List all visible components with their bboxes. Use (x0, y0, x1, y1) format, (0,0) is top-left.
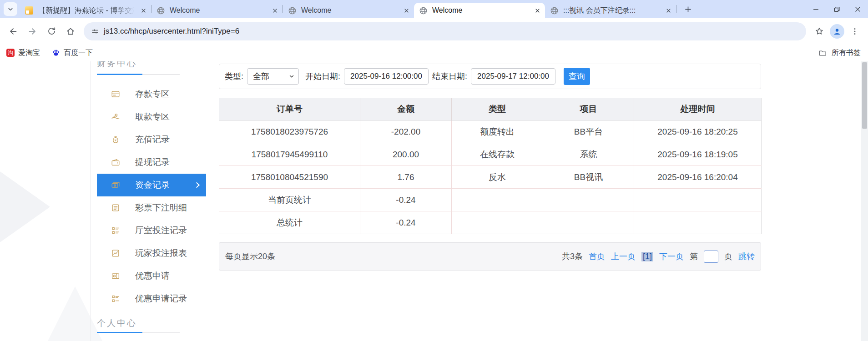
money-bag-icon: ¥ (111, 135, 121, 145)
sidebar-item-withdrawal-record[interactable]: 提现记录 (97, 151, 206, 174)
browser-tab-forum[interactable]: 【新提醒】海燕论坛 - 博学交流 (20, 3, 151, 18)
column-header: 金额 (360, 98, 452, 120)
star-icon (814, 26, 824, 36)
sidebar-menu: 存款专区 取款专区 ¥ 充值记录 (97, 83, 206, 310)
prev-page-link[interactable]: 上一页 (611, 251, 636, 262)
column-header: 项目 (543, 98, 634, 120)
sidebar-item-lottery-bet-details[interactable]: 彩票下注明细 (97, 196, 206, 219)
address-bar[interactable]: js13.cc/hhcp/usercenter.html?iniType=6 (84, 22, 806, 40)
tab-close-button[interactable] (270, 5, 280, 15)
browser-menu-button[interactable] (846, 23, 863, 40)
main-panel: 类型: 全部 开始日期: 结束日期: 查询 订单号 金 (219, 64, 761, 271)
reload-icon (47, 26, 56, 36)
home-icon (66, 26, 76, 36)
chevron-down-icon (6, 5, 15, 13)
browser-tab-welcome-2[interactable]: Welcome (283, 3, 414, 18)
select-chevron-icon (288, 73, 295, 80)
profile-avatar[interactable] (830, 24, 844, 39)
browser-tab-welcome-active[interactable]: Welcome (414, 3, 545, 18)
new-tab-button[interactable] (681, 2, 695, 16)
all-bookmarks-label: 所有书签 (832, 48, 861, 58)
sidebar-item-promo-apply-record[interactable]: 优惠申请记录 (97, 287, 206, 310)
end-date-input[interactable] (471, 68, 555, 85)
browser-tab-welcome-1[interactable]: Welcome (151, 3, 283, 18)
filter-bar: 类型: 全部 开始日期: 结束日期: 查询 (219, 64, 761, 89)
next-page-link[interactable]: 下一页 (659, 251, 684, 262)
coupon-icon (111, 271, 121, 281)
sidebar-left-divider (90, 61, 91, 341)
reload-button[interactable] (43, 23, 60, 40)
sidebar-item-withdraw[interactable]: 取款专区 (97, 105, 206, 128)
tab-title: Welcome (170, 6, 268, 15)
type-select[interactable]: 全部 (247, 68, 299, 85)
list-squares-icon (111, 226, 121, 236)
minimize-icon (812, 5, 820, 13)
table-row: 1758010804521590 1.76 反水 BB视讯 2025-09-16… (219, 166, 762, 189)
minimize-button[interactable] (805, 0, 826, 18)
forward-button[interactable] (24, 23, 41, 40)
cell-label: 当前页统计 (219, 189, 360, 211)
tab-close-button[interactable] (401, 5, 411, 15)
site-settings-icon[interactable] (91, 27, 99, 35)
plus-icon (684, 5, 692, 14)
search-button[interactable]: 查询 (564, 68, 590, 85)
back-button[interactable] (5, 23, 22, 40)
tab-title: :::视讯 会员下注纪录::: (563, 6, 661, 15)
current-page-indicator: [1] (641, 252, 653, 261)
table-row-page-total: 当前页统计 -0.24 (219, 189, 762, 211)
tab-close-button[interactable] (532, 5, 542, 15)
person-icon (833, 27, 842, 36)
scrollbar-track[interactable] (861, 61, 868, 341)
start-date-label: 开始日期: (305, 71, 340, 82)
cell-project: 系统 (543, 143, 634, 166)
cell-amount: -0.24 (360, 189, 452, 211)
sidebar-item-funds-record[interactable]: 资金记录 (97, 174, 206, 196)
globe-icon (550, 6, 559, 15)
jump-button[interactable]: 跳转 (738, 251, 755, 262)
taobao-icon: 淘 (6, 49, 15, 57)
sidebar-item-label: 彩票下注明细 (135, 202, 187, 214)
bookmark-taobao[interactable]: 淘 爱淘宝 (6, 48, 40, 58)
cell-type: 在线存款 (452, 143, 543, 166)
sidebar-item-recharge-record[interactable]: ¥ 充值记录 (97, 128, 206, 151)
sidebar-item-player-bet-report[interactable]: 玩家投注报表 (97, 242, 206, 265)
tab-title: Welcome (432, 6, 530, 15)
jump-page-input[interactable] (704, 251, 718, 263)
restore-button[interactable] (826, 0, 847, 18)
cell-order-no: 1758017945499110 (219, 143, 360, 166)
total-count-text: 共3条 (562, 251, 583, 262)
close-window-button[interactable] (847, 0, 868, 18)
tab-close-button[interactable] (663, 5, 673, 15)
wallet-icon (111, 157, 121, 167)
home-button[interactable] (62, 23, 79, 40)
tab-close-button[interactable] (138, 5, 148, 15)
browser-tab-betting-record[interactable]: :::视讯 会员下注纪录::: (545, 3, 676, 18)
cell-time: 2025-09-16 18:19:05 (634, 143, 762, 166)
column-header: 订单号 (219, 98, 360, 120)
cell-amount: -202.00 (360, 120, 452, 143)
tab-search-button[interactable] (4, 2, 17, 16)
arrow-left-icon (8, 26, 18, 36)
document-lines-icon (111, 203, 121, 213)
cell-amount: 200.00 (360, 143, 452, 166)
table-row: 1758017945499110 200.00 在线存款 系统 2025-09-… (219, 143, 762, 166)
section-title: 个人中心 (97, 317, 206, 329)
close-icon (854, 5, 862, 13)
first-page-link[interactable]: 首页 (589, 251, 605, 262)
all-bookmarks[interactable]: 所有书签 (810, 48, 861, 58)
sidebar-item-label: 充值记录 (135, 134, 170, 145)
section-underline (97, 332, 180, 333)
sidebar-item-room-bet-record[interactable]: 厅室投注记录 (97, 219, 206, 242)
tab-strip: 【新提醒】海燕论坛 - 博学交流 Welcome Welcome (0, 0, 868, 18)
cell-empty (543, 189, 634, 211)
bookmark-star-button[interactable] (811, 23, 828, 40)
end-date-label: 结束日期: (432, 71, 467, 82)
sidebar-item-deposit[interactable]: 存款专区 (97, 83, 206, 105)
bookmark-baidu[interactable]: 百度一下 (52, 48, 93, 58)
sidebar-item-promo-apply[interactable]: 优惠申请 (97, 265, 206, 287)
sidebar-section-personal: 个人中心 (97, 317, 206, 333)
sidebar-item-label: 提现记录 (135, 156, 170, 168)
bookmarks-bar: 淘 爱淘宝 百度一下 所有书签 (0, 44, 868, 61)
start-date-input[interactable] (344, 68, 429, 85)
scrollbar-thumb[interactable] (862, 62, 867, 129)
